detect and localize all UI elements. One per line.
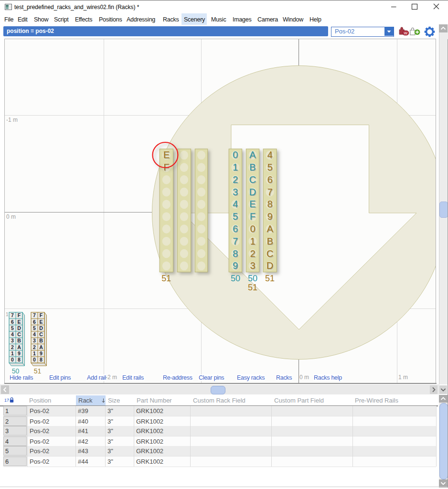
svg-text:50: 50 — [12, 367, 20, 375]
svg-text:C: C — [39, 331, 43, 337]
svg-text:A: A — [39, 344, 43, 350]
svg-text:2: 2 — [33, 344, 36, 350]
svg-text:D: D — [267, 260, 273, 271]
svg-text:0: 0 — [11, 357, 14, 362]
svg-text:7: 7 — [233, 236, 238, 246]
svg-text:F: F — [18, 312, 21, 318]
svg-text:B: B — [249, 162, 256, 172]
svg-text:5: 5 — [233, 211, 238, 222]
svg-text:4: 4 — [33, 331, 36, 337]
svg-text:E: E — [163, 149, 170, 160]
svg-text:5: 5 — [11, 325, 14, 331]
svg-text:F: F — [250, 211, 256, 222]
svg-text:3: 3 — [11, 338, 14, 343]
svg-text:A: A — [17, 344, 21, 350]
svg-text:51: 51 — [34, 367, 42, 375]
svg-text:0: 0 — [33, 357, 36, 362]
svg-text:4: 4 — [233, 199, 238, 209]
svg-text:C: C — [249, 174, 256, 185]
svg-text:D: D — [39, 325, 43, 331]
svg-text:6: 6 — [11, 319, 14, 325]
svg-text:E: E — [249, 199, 256, 209]
svg-text:1: 1 — [250, 236, 255, 246]
svg-text:1: 1 — [33, 351, 36, 356]
svg-text:2: 2 — [11, 344, 14, 350]
svg-text:D: D — [17, 325, 21, 331]
svg-text:B: B — [39, 338, 43, 343]
svg-text:4: 4 — [267, 149, 273, 160]
svg-text:B: B — [17, 338, 21, 343]
svg-text:50: 50 — [231, 274, 240, 283]
svg-text:1: 1 — [6, 312, 9, 317]
svg-text:9: 9 — [267, 211, 273, 222]
svg-text:0: 0 — [250, 223, 255, 234]
svg-text:51: 51 — [265, 274, 275, 283]
svg-text:B: B — [267, 236, 273, 246]
svg-text:4: 4 — [11, 331, 14, 337]
svg-text:8: 8 — [18, 357, 21, 362]
svg-text:6: 6 — [233, 223, 238, 234]
svg-text:6: 6 — [267, 174, 273, 185]
svg-text:9: 9 — [233, 260, 238, 271]
svg-text:F: F — [40, 312, 43, 318]
svg-text:6: 6 — [33, 319, 36, 325]
svg-text:C: C — [267, 248, 273, 259]
svg-text:D: D — [249, 187, 256, 197]
svg-text:8: 8 — [40, 357, 43, 362]
svg-text:3: 3 — [250, 260, 255, 271]
svg-text:50: 50 — [248, 274, 257, 283]
svg-text:2: 2 — [233, 174, 238, 185]
svg-text:7: 7 — [33, 312, 36, 318]
svg-text:3: 3 — [33, 338, 36, 343]
svg-text:E: E — [17, 319, 21, 325]
svg-text:5: 5 — [33, 325, 36, 331]
svg-text:7: 7 — [11, 312, 14, 318]
svg-text:1: 1 — [11, 351, 14, 356]
svg-text:2: 2 — [250, 248, 255, 259]
svg-text:9: 9 — [40, 351, 43, 356]
svg-text:1: 1 — [233, 162, 238, 172]
svg-text:A: A — [249, 149, 256, 160]
svg-text:A: A — [267, 223, 273, 234]
svg-text:8: 8 — [267, 199, 273, 209]
svg-text:5: 5 — [267, 162, 273, 172]
svg-text:0: 0 — [233, 149, 238, 160]
svg-text:3: 3 — [233, 187, 238, 197]
svg-text:8: 8 — [233, 248, 238, 259]
svg-text:7: 7 — [267, 187, 273, 197]
svg-text:51: 51 — [248, 283, 257, 292]
svg-text:51: 51 — [161, 274, 171, 283]
svg-text:E: E — [39, 319, 43, 325]
svg-text:9: 9 — [18, 351, 21, 356]
svg-text:C: C — [17, 331, 21, 337]
